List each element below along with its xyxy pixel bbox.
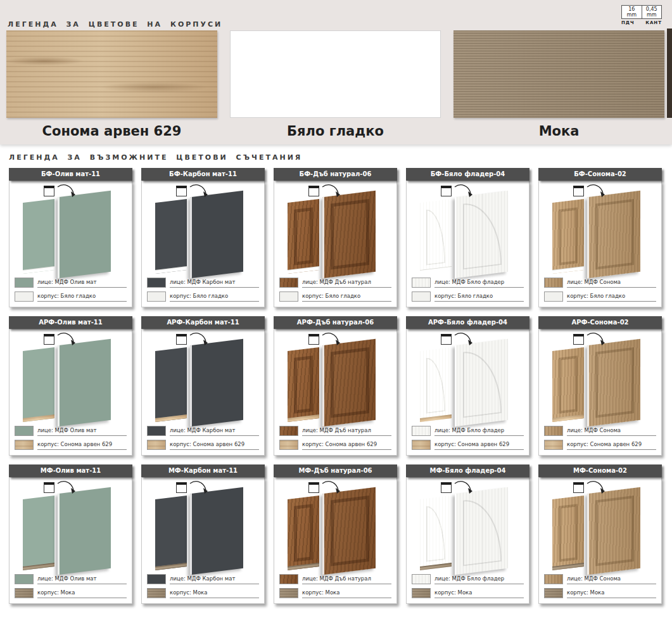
door-back-panel (552, 347, 584, 422)
mini-door-icon (176, 334, 187, 345)
face-legend-row: лице: МДФ Бяло фладер (412, 278, 524, 288)
body-color-chip (279, 291, 298, 302)
face-label: лице: МДФ Дъб натурал (302, 427, 391, 436)
combination-card: АРФ-Карбон мат-11 лице: МДФ Карбон мат (141, 316, 265, 456)
body-label: корпус: Сонома арвен 629 (170, 441, 259, 450)
body-color-chip (412, 588, 431, 598)
door-front-panel (58, 191, 111, 278)
rotate-arrow-icon (54, 332, 78, 347)
door-front-panel (455, 191, 508, 278)
body-colors-title: ЛЕГЕНДА ЗА ЦВЕТОВЕ НА КОРПУСИ (8, 20, 222, 29)
card-title: БФ-Сонома-02 (538, 168, 662, 181)
face-color-chip (15, 278, 34, 288)
body-legend-row: корпус: Бяло гладко (544, 291, 656, 302)
door-illustration (542, 332, 659, 422)
swatch-byalo-gladko: Бяло гладко (230, 30, 441, 139)
door-edge-band (420, 563, 452, 570)
mini-door-icon (176, 186, 187, 196)
edge-band-thickness: 0,45mm (642, 6, 662, 18)
card-title: АРФ-Сонома-02 (538, 316, 662, 329)
door-front-panel (322, 191, 376, 278)
swatch-sonoma-arven: Сонома арвен 629 (6, 30, 217, 139)
body-color-chip (15, 291, 34, 302)
combination-card: АРФ-Олив мат-11 лице: МДФ Олив мат (9, 316, 132, 456)
body-color-chip (412, 440, 431, 450)
body-colors-banner: ЛЕГЕНДА ЗА ЦВЕТОВЕ НА КОРПУСИ 16mm 0,45m… (0, 0, 672, 144)
face-color-chip (412, 278, 431, 288)
body-legend-row: корпус: Бяло гладко (279, 291, 391, 302)
face-label: лице: МДФ Олив мат (37, 279, 127, 288)
face-label: лице: МДФ Дъб натурал (302, 575, 391, 584)
rotate-arrow-icon (451, 184, 475, 199)
mini-door-icon (441, 186, 452, 196)
combination-card: МФ-Карбон мат-11 лице: МДФ Карбон мат (141, 464, 265, 604)
swatch-byalo-gladko-sample (230, 30, 441, 118)
door-front-panel (58, 487, 111, 575)
card-title: БФ-Бяло фладер-04 (406, 168, 529, 181)
face-label: лице: МДФ Карбон мат (170, 427, 259, 436)
door-panel-frame (559, 504, 578, 562)
face-color-chip (279, 426, 298, 436)
door-illustration (144, 332, 262, 422)
body-legend-row: корпус: Сонома арвен 629 (544, 440, 656, 450)
body-color-chip (279, 440, 298, 450)
swatch-moka-sample (453, 30, 664, 118)
door-front-panel (455, 339, 508, 426)
door-illustration (542, 184, 659, 274)
door-edge-band (552, 414, 584, 422)
mini-door-icon (176, 482, 187, 493)
face-label: лице: МДФ Карбон мат (170, 575, 259, 584)
body-color-chip (412, 291, 431, 302)
door-front-panel (190, 191, 243, 278)
body-color-chip (544, 291, 563, 302)
body-label: корпус: Мока (170, 589, 259, 598)
door-back-panel (288, 347, 319, 422)
body-label: корпус: Мока (37, 589, 127, 598)
face-label: лице: МДФ Карбон мат (170, 279, 259, 288)
rotate-arrow-icon (583, 480, 607, 496)
combination-card: МФ-Бяло фладер-04 лице: МДФ Бяло фладер (406, 464, 529, 604)
door-panel-frame (595, 199, 634, 269)
body-color-chip (15, 588, 34, 598)
door-back-panel (23, 199, 54, 274)
door-front-panel (455, 487, 508, 575)
card-title: АРФ-Дъб натурал-06 (274, 316, 397, 329)
card-title: БФ-Олив мат-11 (9, 168, 132, 181)
body-label: корпус: Бяло гладко (170, 293, 259, 302)
rotate-arrow-icon (583, 332, 607, 347)
body-legend-row: корпус: Бяло гладко (412, 291, 524, 302)
mini-door-icon (308, 186, 319, 196)
door-illustration (12, 332, 129, 422)
face-legend-row: лице: МДФ Дъб натурал (279, 426, 391, 436)
door-panel-frame (595, 496, 634, 566)
face-color-chip (544, 278, 563, 288)
body-color-chip (147, 291, 166, 302)
mini-door-icon (441, 482, 452, 493)
door-edge-band (552, 563, 584, 570)
door-illustration (409, 184, 526, 274)
combination-card: АРФ-Дъб натурал-06 лице: МДФ Дъб натура (274, 316, 397, 456)
face-legend-row: лице: МДФ Сонома (544, 426, 656, 436)
face-color-chip (412, 426, 431, 436)
combination-card: АРФ-Сонома-02 лице: МДФ Сонома (538, 316, 662, 456)
body-legend-row: корпус: Сонома арвен 629 (15, 440, 127, 450)
body-legend-row: корпус: Мока (147, 588, 259, 598)
rotate-arrow-icon (583, 184, 607, 199)
card-title: МФ-Карбон мат-11 (141, 464, 265, 477)
card-title: МФ-Сонома-02 (538, 464, 662, 477)
body-label: корпус: Сонома арвен 629 (567, 441, 656, 450)
mini-door-icon (308, 482, 319, 493)
body-label: корпус: Бяло гладко (37, 293, 127, 302)
door-edge-band (23, 414, 54, 422)
banner-edge-strip (667, 29, 672, 118)
mini-door-icon (44, 482, 54, 493)
door-illustration (277, 332, 394, 422)
door-panel-frame (331, 347, 369, 418)
body-label: корпус: Сонома арвен 629 (434, 441, 524, 450)
door-panel-frame (426, 207, 445, 266)
door-back-panel (288, 496, 319, 570)
door-illustration (12, 184, 129, 274)
door-edge-band (288, 414, 319, 422)
face-legend-row: лице: МДФ Олив мат (15, 278, 127, 288)
card-title: МФ-Олив мат-11 (9, 464, 132, 477)
